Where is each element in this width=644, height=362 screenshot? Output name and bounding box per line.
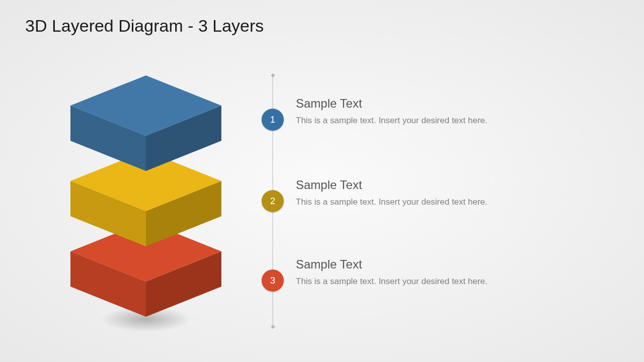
text-description-1: This is a sample text. Insert your desir… (296, 115, 497, 127)
text-description-3: This is a sample text. Insert your desir… (296, 276, 497, 288)
page-title: 3D Layered Diagram - 3 Layers (25, 16, 264, 36)
text-description-2: This is a sample text. Insert your desir… (296, 196, 497, 208)
text-block-3: Sample Text This is a sample text. Inser… (296, 257, 497, 288)
text-block-1: Sample Text This is a sample text. Inser… (296, 97, 497, 127)
marker-1: 1 (262, 109, 284, 131)
text-heading-2: Sample Text (296, 178, 497, 192)
marker-2: 2 (262, 190, 284, 212)
text-heading-1: Sample Text (296, 97, 497, 111)
diagram-3d-layers (50, 65, 242, 342)
text-block-2: Sample Text This is a sample text. Inser… (296, 178, 497, 208)
timeline: 1 2 3 (258, 75, 288, 327)
text-heading-3: Sample Text (296, 257, 497, 272)
marker-3: 3 (262, 269, 284, 292)
layer-1-blue (70, 75, 221, 171)
